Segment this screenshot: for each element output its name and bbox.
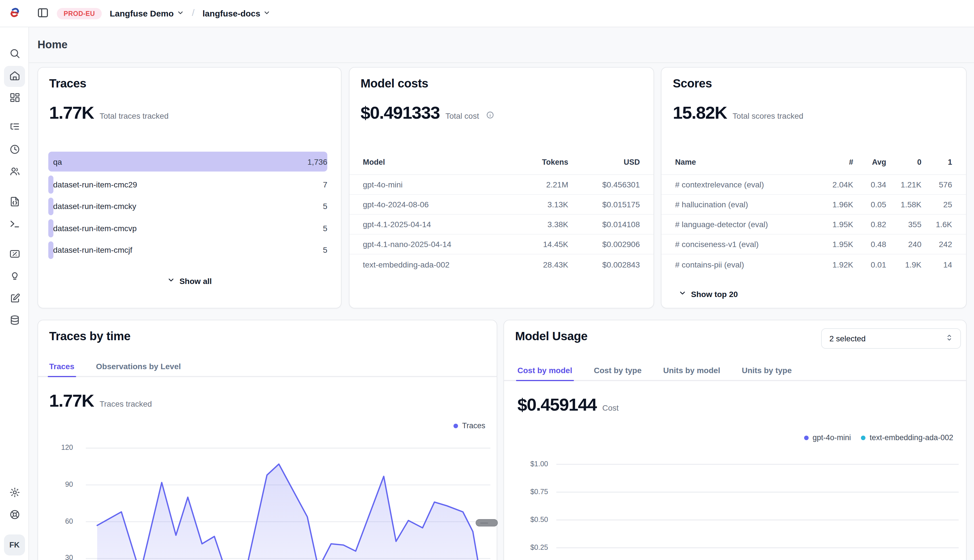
sidebar-item-sessions[interactable]: [4, 140, 25, 161]
sidebar-item-dashboards[interactable]: [4, 88, 25, 109]
table-cell: 2.21M: [506, 180, 568, 189]
tab-units-by-model[interactable]: Units by model: [663, 362, 720, 380]
sidebar-item-annotation[interactable]: [4, 288, 25, 310]
column-header: 1: [921, 158, 952, 166]
tab-cost-by-model[interactable]: Cost by model: [518, 362, 572, 380]
scores-total-label: Total scores tracked: [732, 111, 803, 120]
tab-cost-by-type[interactable]: Cost by type: [594, 362, 642, 380]
traces-chart-legend: Traces: [38, 422, 497, 430]
trace-name: dataset-run-item-cmc29: [53, 180, 137, 189]
score-percent-icon: [9, 248, 20, 261]
table-cell: 1.95K: [817, 220, 853, 229]
list-tree-icon: [9, 122, 20, 135]
sidebar-item-evaluation[interactable]: [4, 244, 25, 265]
chevron-down-icon: [167, 276, 175, 286]
table-cell: gpt-4o-mini: [363, 180, 506, 189]
traces-tracked-total: 1.77K: [49, 391, 94, 411]
trace-bar-row[interactable]: dataset-run-item-cmcky 5: [48, 197, 327, 215]
legend-item: Traces: [453, 422, 485, 430]
gear-icon: [9, 487, 20, 500]
chevron-down-icon: [177, 8, 184, 18]
table-cell: text-embedding-ada-002: [363, 260, 506, 269]
legend-dot-icon: [804, 435, 809, 440]
scores-total: 15.82K: [673, 103, 727, 123]
table-cell: 14: [921, 260, 952, 269]
sidebar-item-llm-as-a-judge[interactable]: [4, 267, 25, 287]
trace-count: 5: [323, 202, 327, 211]
traces-tracked-label: Traces tracked: [99, 399, 152, 408]
sidebar-item-search[interactable]: [4, 44, 25, 65]
model-select-dropdown[interactable]: 2 selected: [821, 328, 961, 349]
table-cell: 0.05: [853, 200, 886, 209]
table-row: # hallucination (eval)1.96K0.051.58K25: [662, 195, 966, 215]
sidebar-item-support[interactable]: [4, 505, 25, 526]
y-axis-label: $0.50: [512, 515, 548, 523]
sidebar-item-home[interactable]: [4, 66, 25, 87]
trace-bar: [48, 175, 53, 193]
legend-label: gpt-4o-mini: [813, 433, 851, 442]
table-cell: 0.34: [853, 180, 886, 189]
y-axis-label: 60: [38, 517, 73, 525]
model-costs-table-body: gpt-4o-mini2.21M$0.456301gpt-4o-2024-08-…: [349, 174, 653, 274]
table-cell: 3.38K: [506, 220, 568, 229]
traces-area-chart: [85, 443, 490, 560]
sidebar-item-tracing[interactable]: [4, 118, 25, 138]
clipboard-pen-icon: [9, 292, 20, 305]
table-cell: # hallucination (eval): [675, 200, 817, 209]
user-avatar[interactable]: FK: [4, 535, 25, 555]
tab-traces[interactable]: Traces: [49, 358, 74, 376]
widget-resize-handle[interactable]: [476, 519, 498, 527]
file-code-icon: [9, 196, 20, 209]
trace-bar-row[interactable]: dataset-run-item-cmc29 7: [48, 175, 327, 193]
chevrons-up-down-icon: [945, 333, 953, 343]
traces-by-time-chart: 120906030: [38, 443, 497, 560]
terminal-icon: [9, 218, 20, 231]
model-usage-card: Model Usage 2 selected Cost by modelCost…: [503, 320, 966, 560]
sidebar-item-settings[interactable]: [4, 483, 25, 504]
table-cell: 1.6K: [921, 220, 952, 229]
trace-name: dataset-run-item-cmcjf: [53, 246, 132, 255]
table-cell: 1.96K: [817, 200, 853, 209]
tab-units-by-type[interactable]: Units by type: [742, 362, 792, 380]
sidebar-item-users[interactable]: [4, 162, 25, 183]
table-row: # language-detector (eval)1.95K0.823551.…: [662, 215, 966, 235]
trace-count: 1,736: [307, 157, 327, 166]
lightbulb-icon: [9, 270, 20, 283]
show-top-20-button[interactable]: Show top 20: [678, 289, 738, 299]
scores-table-header: Name#Avg01: [662, 155, 966, 169]
table-cell: 1.95K: [817, 240, 853, 249]
model-usage-chart-legend: gpt-4o-mini text-embedding-ada-002: [504, 433, 966, 442]
trace-name: dataset-run-item-cmcky: [53, 202, 136, 211]
table-row: gpt-4o-2024-08-063.13K$0.015175: [349, 195, 653, 215]
sidebar: FK: [0, 27, 29, 560]
trace-bar-row[interactable]: dataset-run-item-cmcvp 5: [48, 219, 327, 237]
table-row: # contextrelevance (eval)2.04K0.341.21K5…: [662, 175, 966, 195]
sidebar-item-prompts[interactable]: [4, 192, 25, 213]
trace-bar-row[interactable]: dataset-run-item-cmcjf 5: [48, 241, 327, 259]
trace-bar-row[interactable]: qa 1,736: [48, 152, 327, 172]
org-switcher[interactable]: Langfuse Demo: [110, 8, 184, 18]
table-cell: gpt-4.1-nano-2025-04-14: [363, 240, 506, 249]
trace-count: 5: [323, 246, 327, 255]
y-axis-label: 120: [38, 443, 73, 452]
y-axis-label: 30: [38, 554, 73, 560]
project-switcher[interactable]: langfuse-docs: [202, 8, 271, 18]
legend-dot-icon: [453, 423, 458, 428]
sidebar-item-datasets[interactable]: [4, 311, 25, 332]
traces-total: 1.77K: [49, 103, 94, 123]
trace-bar: [48, 152, 327, 172]
model-costs-card: Model costs $0.491333 Total cost ModelTo…: [349, 67, 654, 308]
table-cell: 14.45K: [506, 240, 568, 249]
sidebar-toggle-button[interactable]: [37, 7, 49, 20]
info-icon[interactable]: [486, 111, 495, 122]
trace-bar: [48, 241, 53, 259]
model-usage-cost-label: Cost: [602, 403, 619, 412]
y-axis-label: $1.00: [512, 460, 548, 468]
tab-observations-by-level[interactable]: Observations by Level: [96, 358, 181, 376]
table-row: gpt-4o-mini2.21M$0.456301: [349, 175, 653, 195]
traces-card-title: Traces: [38, 68, 341, 90]
legend-label: text-embedding-ada-002: [870, 433, 953, 442]
trace-bar: [48, 219, 53, 237]
sidebar-item-playground[interactable]: [4, 214, 25, 235]
show-all-button[interactable]: Show all: [167, 276, 212, 286]
